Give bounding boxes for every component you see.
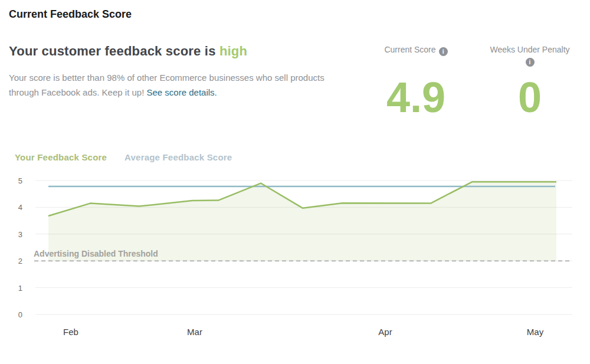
current-score-value: 4.9: [369, 76, 463, 119]
headline-text: Your customer feedback score is: [9, 44, 219, 58]
x-axis-tick-label: Apr: [378, 327, 392, 337]
current-score-label-row: Current Scorei: [369, 45, 463, 56]
threshold-label: Advertising Disabled Threshold: [34, 249, 158, 258]
info-icon[interactable]: i: [526, 58, 535, 67]
info-icon[interactable]: i: [439, 47, 448, 56]
x-axis-tick-label: Mar: [187, 327, 202, 337]
score-description: Your score is better than 98% of other E…: [9, 70, 339, 100]
chart-legend: Your Feedback Score Average Feedback Sco…: [15, 152, 232, 162]
weeks-under-penalty-value: 0: [483, 76, 577, 119]
feedback-score-chart: 012345Advertising Disabled ThresholdFebM…: [0, 172, 590, 355]
y-axis-tick-label: 1: [18, 284, 22, 293]
y-axis-tick-label: 0: [18, 310, 22, 319]
see-score-details-link[interactable]: See score details.: [147, 87, 217, 97]
headline: Your customer feedback score is high: [9, 44, 247, 59]
weeks-under-penalty-label: Weeks Under Penalty: [483, 45, 577, 55]
x-axis-tick-label: May: [527, 327, 544, 337]
page-title: Current Feedback Score: [9, 8, 132, 21]
current-score-label: Current Score: [384, 45, 435, 54]
current-score-stat: Current Scorei 4.9: [369, 45, 463, 122]
y-axis-tick-label: 2: [18, 257, 22, 265]
y-axis-tick-label: 4: [18, 203, 22, 212]
y-axis-tick-label: 5: [18, 176, 22, 185]
x-axis-tick-label: Feb: [63, 327, 78, 337]
weeks-under-penalty-stat: Weeks Under Penalty i 0: [483, 45, 577, 122]
legend-average-feedback-score[interactable]: Average Feedback Score: [124, 152, 232, 162]
y-axis-tick-label: 3: [18, 230, 22, 239]
headline-status: high: [219, 44, 247, 58]
feedback-score-page: Current Feedback Score Your customer fee…: [0, 0, 590, 364]
legend-your-feedback-score[interactable]: Your Feedback Score: [15, 152, 107, 162]
